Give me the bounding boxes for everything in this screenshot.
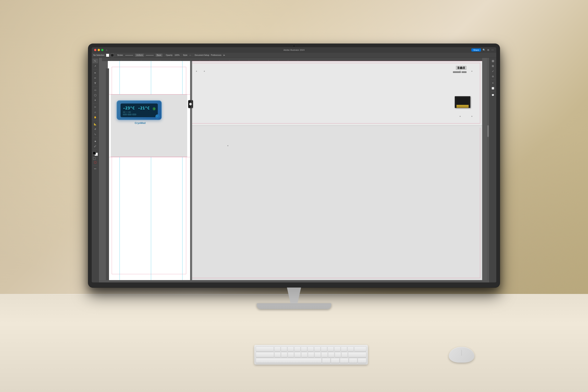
display-logo-circle: ⬡	[156, 114, 159, 118]
scroll-bar-horizontal[interactable]	[99, 280, 487, 282]
titlebar-controls: Share 🔍 ⊞ ⋯	[472, 48, 494, 52]
cryo-display-unit: -23°C -21°C ⏻	[116, 100, 164, 124]
fill-indicator[interactable]	[96, 158, 98, 159]
extra-options-icon[interactable]: ≫	[223, 54, 225, 56]
links-panel-btn[interactable]: ⛓	[490, 64, 496, 68]
measure-tool[interactable]: 📐	[92, 122, 98, 126]
stroke-dash-select[interactable]: Basic	[156, 54, 162, 57]
document-setup-btn[interactable]: Document Setup	[195, 54, 209, 56]
connector-group-1	[456, 66, 466, 70]
artboard-divider-v	[191, 61, 191, 280]
rectangle-tool[interactable]: ▭	[92, 88, 98, 92]
app-title: Adobe Illustrator 2024	[284, 49, 304, 51]
pencil-tool[interactable]: ✏	[92, 76, 98, 80]
opacity-value[interactable]: 100%	[175, 54, 180, 56]
canvas-area[interactable]: -23°C -21°C ⏻	[99, 58, 489, 282]
comments-panel-btn[interactable]: 💬	[490, 93, 496, 98]
transform-panel-btn[interactable]: ⤢	[490, 69, 496, 74]
cryo-screen-content: -23°C -21°C ⏻	[120, 104, 158, 117]
gradient-tool[interactable]: ◈	[92, 139, 98, 144]
screw-6	[196, 71, 197, 72]
traffic-lights	[94, 49, 104, 51]
swap-colors-icon[interactable]: ⬡	[94, 160, 97, 164]
properties-panel-btn[interactable]: ▤	[490, 58, 496, 63]
fill-swatch[interactable]	[106, 54, 109, 57]
stroke-fill-toggles	[93, 158, 98, 160]
search-icon[interactable]: 🔍	[482, 48, 485, 51]
cyan-guide-1	[120, 61, 120, 280]
text-tool[interactable]: T	[92, 81, 98, 86]
style-label: Style:	[183, 54, 188, 56]
key-tab[interactable]	[256, 346, 274, 352]
scroll-bar-vertical[interactable]	[487, 58, 489, 282]
hand-tool[interactable]: ✋	[92, 115, 98, 120]
dash-preview	[146, 55, 154, 56]
foreground-swatch[interactable]	[93, 152, 96, 155]
screw-4	[472, 116, 472, 117]
style-select[interactable]	[189, 55, 191, 56]
key-row-3	[256, 358, 366, 363]
share-button[interactable]: Share	[472, 48, 481, 52]
screw-2	[472, 71, 472, 72]
more-icon[interactable]: ⋯	[491, 48, 494, 51]
conn-pin1	[458, 67, 459, 69]
tool-divider-3	[93, 104, 98, 104]
home-icon[interactable]: ⌂	[106, 48, 107, 52]
monitor-stand-base	[257, 303, 331, 309]
cryo-buttons	[123, 114, 156, 115]
scroll-thumb-vertical[interactable]	[487, 125, 489, 137]
ellipse-tool[interactable]: ◯	[92, 93, 98, 98]
ic-body	[455, 96, 470, 108]
minimize-button[interactable]	[98, 49, 100, 51]
stroke-type-select[interactable]: Uniform	[135, 54, 144, 57]
conn-pin2	[460, 67, 462, 69]
btn-1	[123, 114, 127, 115]
preferences-btn[interactable]: Preferences	[211, 54, 222, 56]
right-divider-1	[491, 80, 495, 80]
scale-tool[interactable]: ⤡	[92, 132, 98, 136]
arrange-icon[interactable]: ⊞	[487, 48, 490, 51]
key-backspace[interactable]	[354, 346, 366, 352]
right-toolbar: ▤ ⛓ ⤢ ◎ ≡ ⬜ 💬	[489, 58, 496, 282]
screw-1	[460, 71, 460, 72]
key-enter[interactable]	[348, 352, 366, 357]
zoom-tool[interactable]: ⌕	[92, 110, 98, 114]
temp-1: -23°C	[123, 106, 135, 110]
btn-3	[132, 114, 136, 115]
key-space[interactable]	[256, 358, 322, 363]
stroke-label: Stroke:	[117, 54, 124, 56]
ruler-ticks	[102, 58, 482, 61]
temp-display: -23°C -21°C ⏻	[123, 106, 156, 110]
btn-2	[128, 114, 132, 115]
select-tool[interactable]: ↖	[92, 58, 98, 63]
cyan-guide-3	[182, 61, 182, 280]
divider2	[164, 54, 164, 57]
main-area: ↖ ↗ ✒ ✏ T ▭ ◯ ✦ ✂ ⌕ ✋ 📐 ↺	[92, 58, 496, 282]
artboards-panel-btn[interactable]: ⬜	[490, 86, 496, 90]
appearance-panel-btn[interactable]: ◎	[490, 74, 496, 78]
stroke-swatch[interactable]	[111, 54, 114, 57]
eyedropper-tool[interactable]: 🖊	[92, 144, 98, 148]
ic-chip-component	[455, 96, 470, 108]
scissors-tool[interactable]: ✂	[92, 105, 98, 109]
stroke-indicator[interactable]	[93, 158, 96, 160]
artboard-left: -23°C -21°C ⏻	[108, 61, 190, 280]
rotate-tool[interactable]: ↺	[92, 127, 98, 132]
direct-select-tool[interactable]: ↗	[92, 64, 98, 68]
layers-panel-btn[interactable]: ≡	[490, 81, 496, 86]
key-caps[interactable]	[256, 352, 274, 357]
screw-center	[227, 145, 228, 146]
more-tools-btn[interactable]: •••	[92, 166, 98, 171]
toggle-knob	[189, 103, 192, 106]
tool-divider-5	[93, 138, 98, 138]
close-button[interactable]	[94, 49, 96, 51]
pen-tool[interactable]: ✒	[92, 70, 98, 75]
star-tool[interactable]: ✦	[92, 98, 98, 102]
design-canvas[interactable]: -23°C -21°C ⏻	[102, 61, 482, 280]
keyboard	[254, 345, 368, 364]
titlebar: ⌂ Adobe Illustrator 2024 Share 🔍 ⊞ ⋯	[92, 47, 496, 53]
pink-border-right-bottom	[192, 128, 480, 278]
divider3	[181, 54, 181, 57]
color-swatches	[93, 152, 98, 156]
maximize-button[interactable]	[101, 49, 104, 51]
